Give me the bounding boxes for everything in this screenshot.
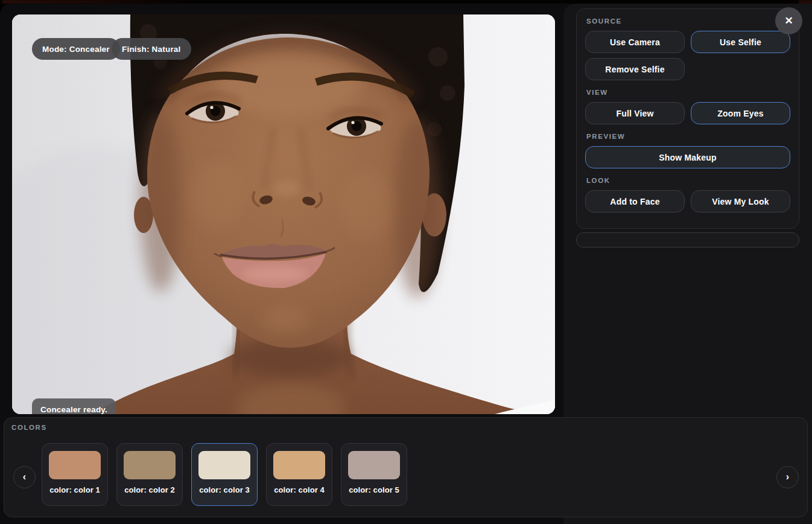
selfie-preview-canvas: Mode: Concealer Finish: Natural Conceale… <box>12 14 555 414</box>
color-card-label: color: color 3 <box>199 485 250 494</box>
show-makeup-button[interactable]: Show Makeup <box>585 146 790 168</box>
empty-tray <box>576 232 799 248</box>
add-to-face-button[interactable]: Add to Face <box>585 190 685 212</box>
color-card[interactable]: color: color 2 <box>116 443 183 506</box>
source-section-label: SOURCE <box>586 18 789 25</box>
color-card[interactable]: color: color 4 <box>266 443 332 506</box>
portrait-illustration <box>12 14 555 414</box>
chevron-left-icon: ‹ <box>23 471 26 482</box>
mode-pill-label: Mode: Concealer <box>42 45 110 54</box>
mode-pill: Mode: Concealer <box>32 38 120 60</box>
color-card-label: color: color 2 <box>124 485 175 494</box>
preview-section-label: PREVIEW <box>586 133 789 140</box>
full-view-button[interactable]: Full View <box>585 102 685 124</box>
next-colors-button[interactable]: › <box>776 466 799 488</box>
look-section-label: LOOK <box>586 177 789 184</box>
color-card-label: color: color 4 <box>274 485 325 494</box>
controls-panel: SOURCE Use Camera Use Selfie Remove Self… <box>576 8 799 229</box>
color-card-label: color: color 5 <box>349 485 399 494</box>
chevron-right-icon: › <box>786 471 789 482</box>
color-swatch <box>273 451 325 479</box>
view-my-look-button[interactable]: View My Look <box>691 190 790 212</box>
color-swatch <box>124 451 176 479</box>
status-pill: Concealer ready. <box>32 398 116 414</box>
colors-section-label: COLORS <box>11 424 47 431</box>
color-card-label: color: color 1 <box>49 485 100 494</box>
color-swatch <box>49 451 101 479</box>
color-card-list: color: color 1 color: color 2 color: col… <box>42 443 407 506</box>
color-card[interactable]: color: color 5 <box>341 443 407 506</box>
status-pill-label: Concealer ready. <box>40 405 107 414</box>
color-card[interactable]: color: color 1 <box>42 443 108 506</box>
color-swatch <box>198 451 250 479</box>
color-swatch <box>348 451 400 479</box>
remove-selfie-button[interactable]: Remove Selfie <box>585 58 685 80</box>
color-card-selected[interactable]: color: color 3 <box>191 443 258 506</box>
use-camera-button[interactable]: Use Camera <box>585 31 685 53</box>
colors-panel: COLORS ‹ color: color 1 color: color 2 c… <box>4 417 808 517</box>
finish-pill-label: Finish: Natural <box>122 45 181 54</box>
finish-pill: Finish: Natural <box>112 38 191 60</box>
use-selfie-button[interactable]: Use Selfie <box>691 31 790 53</box>
zoom-eyes-button[interactable]: Zoom Eyes <box>691 102 790 124</box>
prev-colors-button[interactable]: ‹ <box>13 466 36 488</box>
close-icon: ✕ <box>784 14 793 27</box>
view-section-label: VIEW <box>586 89 789 96</box>
close-button[interactable]: ✕ <box>775 7 802 34</box>
